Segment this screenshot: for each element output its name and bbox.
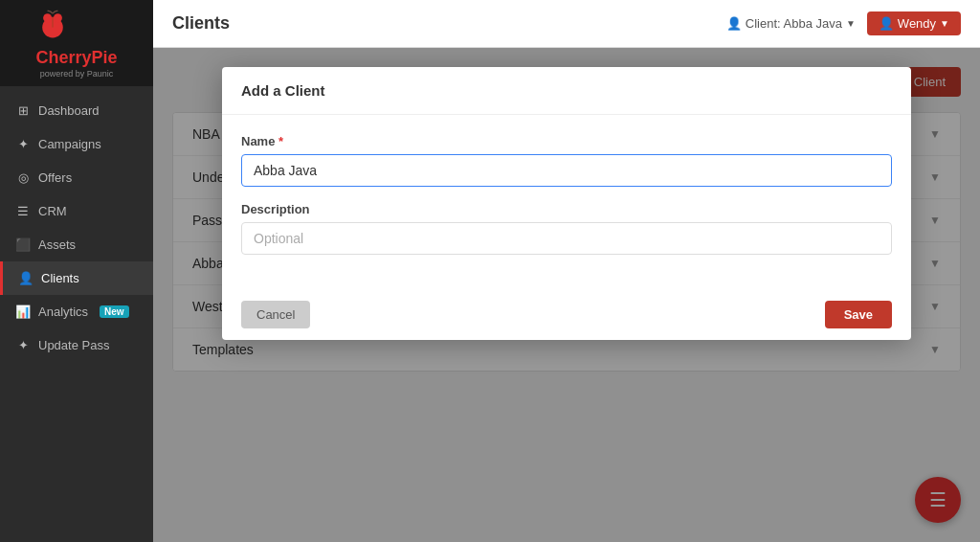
save-button[interactable]: Save [825, 301, 892, 328]
offers-icon: ◎ [15, 170, 31, 185]
main-area: Clients 👤 Client: Abba Java ▼ 👤 Wendy ▼ … [153, 0, 980, 542]
campaigns-icon: ✦ [15, 137, 31, 151]
dashboard-icon: ⊞ [15, 103, 31, 118]
update-pass-icon: ✦ [15, 338, 31, 352]
logo-sub: powered by Paunic [35, 69, 117, 79]
sidebar-nav: ⊞ Dashboard ✦ Campaigns ◎ Offers ☰ CRM ⬛… [0, 86, 153, 542]
client-chevron-icon: ▼ [846, 18, 856, 29]
cancel-button[interactable]: Cancel [241, 301, 310, 328]
analytics-badge: New [100, 305, 129, 318]
sidebar-item-crm[interactable]: ☰ CRM [0, 194, 153, 228]
crm-icon: ☰ [15, 204, 31, 218]
header: Clients 👤 Client: Abba Java ▼ 👤 Wendy ▼ [153, 0, 980, 48]
sidebar-item-dashboard[interactable]: ⊞ Dashboard [0, 94, 153, 127]
modal-body: Name * Description [222, 115, 911, 289]
analytics-icon: 📊 [15, 305, 31, 319]
client-selector[interactable]: 👤 Client: Abba Java ▼ [726, 16, 856, 31]
content-area: + New Client NBA ▼ Under Armour ▼ PassKi… [153, 48, 980, 542]
logo-area: CherryPie powered by Paunic [0, 0, 153, 86]
client-person-icon: 👤 [726, 16, 742, 31]
modal-overlay: Add a Client Name * Description [153, 48, 980, 542]
sidebar: CherryPie powered by Paunic ⊞ Dashboard … [0, 0, 153, 542]
description-form-group: Description [241, 202, 892, 255]
cherrypie-logo-icon [35, 7, 70, 41]
user-menu-button[interactable]: 👤 Wendy ▼ [867, 11, 961, 35]
name-input[interactable] [241, 154, 892, 187]
svg-point-1 [44, 14, 53, 23]
name-form-group: Name * [241, 134, 892, 187]
sidebar-item-update-pass[interactable]: ✦ Update Pass [0, 328, 153, 362]
user-chevron-icon: ▼ [940, 18, 949, 29]
modal-footer: Cancel Save [222, 289, 911, 340]
modal-title: Add a Client [222, 67, 911, 115]
sidebar-item-clients[interactable]: 👤 Clients [0, 261, 153, 295]
sidebar-item-assets[interactable]: ⬛ Assets [0, 228, 153, 261]
svg-point-2 [54, 14, 62, 23]
page-title: Clients [172, 13, 230, 34]
svg-rect-3 [53, 17, 55, 28]
client-label-text: Client: Abba Java [746, 16, 842, 31]
description-label: Description [241, 202, 892, 216]
clients-icon: 👤 [18, 271, 33, 285]
logo-text: CherryPie powered by Paunic [35, 48, 117, 79]
name-label: Name * [241, 134, 892, 148]
user-person-icon: 👤 [879, 16, 894, 31]
sidebar-item-offers[interactable]: ◎ Offers [0, 161, 153, 194]
header-right: 👤 Client: Abba Java ▼ 👤 Wendy ▼ [726, 11, 961, 35]
user-label: Wendy [898, 16, 936, 31]
description-input[interactable] [241, 222, 892, 255]
assets-icon: ⬛ [15, 237, 31, 252]
add-client-modal: Add a Client Name * Description [222, 67, 911, 340]
sidebar-item-campaigns[interactable]: ✦ Campaigns [0, 127, 153, 161]
sidebar-item-analytics[interactable]: 📊 Analytics New [0, 295, 153, 328]
logo-name: CherryPie [35, 48, 117, 69]
required-star: * [278, 134, 283, 148]
